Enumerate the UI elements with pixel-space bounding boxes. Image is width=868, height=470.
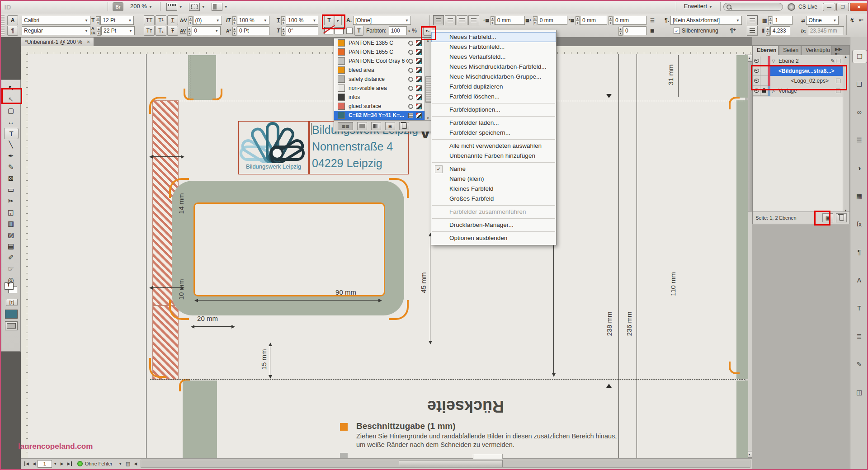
layer-row-logo[interactable]: <Logo_02.eps> ✎ bbox=[753, 76, 842, 86]
scroll-up-icon[interactable]: ▲ bbox=[844, 55, 847, 58]
menu-item[interactable]: ✓ Neues Farbtonfeld... bbox=[431, 42, 556, 52]
columns-stepper[interactable]: ▲▼ bbox=[768, 16, 772, 24]
stroke-none-swatch[interactable] bbox=[335, 27, 344, 34]
first-page-button[interactable]: ◀ bbox=[24, 461, 31, 466]
minimize-button[interactable]: — bbox=[823, 3, 835, 11]
space-before-stepper[interactable]: ▲▼ bbox=[576, 16, 580, 24]
gap-tool[interactable]: ↔ bbox=[4, 117, 18, 127]
subscript-button[interactable]: T₁ bbox=[156, 26, 166, 36]
space-after-stepper[interactable]: ▲▼ bbox=[609, 16, 613, 24]
layer-lock-toggle[interactable] bbox=[760, 56, 768, 66]
panel-icon-pages[interactable]: ❏ bbox=[852, 78, 866, 90]
cs-live-label[interactable]: CS Live bbox=[798, 4, 817, 10]
font-family-combo[interactable]: Calibri▼ bbox=[22, 16, 90, 25]
layer-target-box[interactable] bbox=[836, 89, 840, 93]
kerning-combo[interactable]: (0)▼ bbox=[193, 16, 222, 25]
screen-mode-button[interactable] bbox=[5, 321, 18, 330]
fill-type-button[interactable]: T bbox=[324, 15, 334, 25]
restore-button[interactable]: ❐ bbox=[836, 3, 849, 11]
page-dropdown-icon[interactable]: ▼ bbox=[52, 462, 59, 465]
skew-field[interactable]: 0° bbox=[286, 26, 318, 35]
safety distance[interactable]: safety distance bbox=[334, 75, 425, 84]
bullet-list-icon[interactable]: ☰ bbox=[650, 18, 655, 24]
indent-left-stepper[interactable]: ▲▼ bbox=[491, 16, 495, 24]
horizontal-scrollbar[interactable] bbox=[141, 460, 750, 468]
arrange-documents-dropdown[interactable]: ▼ bbox=[212, 3, 228, 11]
search-input[interactable] bbox=[723, 3, 783, 11]
layer-visibility-toggle[interactable] bbox=[753, 76, 760, 86]
panel-icon-character-styles[interactable]: A bbox=[852, 274, 866, 287]
pen-tool[interactable]: ✒ bbox=[4, 150, 18, 161]
space-before-field[interactable]: 0 mm bbox=[580, 16, 607, 25]
menu-item[interactable]: ✓ Unbenannte Farben hinzufügen bbox=[431, 151, 556, 161]
previous-page-button[interactable]: ◀ bbox=[31, 461, 38, 466]
workspace-switcher[interactable]: Erweitert▼ bbox=[679, 0, 717, 14]
align-right-button[interactable] bbox=[457, 15, 467, 25]
preflight-panel-icon[interactable]: ▤ bbox=[124, 461, 132, 467]
font-style-combo[interactable]: Regular▼ bbox=[22, 26, 90, 35]
layer-lock-toggle[interactable] bbox=[760, 76, 768, 86]
align-center-button[interactable] bbox=[445, 15, 456, 25]
panel-icon-effects[interactable]: fx bbox=[852, 218, 866, 230]
last-page-button[interactable]: ▶ bbox=[66, 461, 72, 466]
vertical-scale-combo[interactable]: 100 %▼ bbox=[237, 16, 269, 25]
font-size-stepper[interactable]: ▲▼ bbox=[96, 16, 100, 24]
apply-color-button[interactable] bbox=[5, 310, 18, 319]
gutter-stepper[interactable]: ▲▼ bbox=[766, 27, 770, 35]
frame-tool[interactable]: ⊠ bbox=[4, 173, 18, 183]
zoom-level-dropdown[interactable]: 200 %▼ bbox=[125, 0, 157, 14]
menu-item[interactable]: ✓ Farbfeld löschen... bbox=[431, 92, 556, 102]
horizontal-scale-combo[interactable]: 100 %▼ bbox=[286, 16, 318, 25]
paragraph-options-icon[interactable]: ¶⁺ bbox=[730, 28, 736, 34]
leading-stepper[interactable]: ▲▼ bbox=[97, 27, 101, 35]
vertical-ruler[interactable] bbox=[21, 54, 28, 458]
note-tool[interactable]: ▤ bbox=[4, 241, 18, 251]
menu-item[interactable]: ✓ Farbfelder laden... bbox=[431, 118, 556, 128]
menu-item[interactable]: ✓ Kleines Farbfeld bbox=[431, 184, 556, 194]
justify-button[interactable] bbox=[468, 15, 479, 25]
layer-lock-toggle[interactable] bbox=[760, 66, 768, 76]
tracking-stepper[interactable]: ▲▼ bbox=[187, 27, 191, 35]
tab-verknuepfungen[interactable]: Verknüpfu bbox=[802, 46, 832, 56]
layer-visibility-toggle[interactable] bbox=[753, 56, 760, 66]
glued surface[interactable]: glued surface bbox=[334, 102, 425, 111]
underline-button[interactable]: T bbox=[167, 15, 178, 25]
menu-item[interactable]: ✓ Neues Verlaufsfeld... bbox=[431, 52, 556, 62]
skew-stepper[interactable]: ▲▼ bbox=[281, 27, 285, 35]
layer-visibility-toggle[interactable] bbox=[753, 66, 760, 76]
menu-item[interactable]: ✓ Druckfarben-Manager... bbox=[431, 220, 556, 230]
baseline-grid-combo[interactable]: Ohne▼ bbox=[806, 16, 839, 25]
gradient-feather-tool[interactable]: ▨ bbox=[4, 230, 18, 240]
align-left-button[interactable] bbox=[433, 15, 444, 25]
panel-icon-color[interactable]: ◑ bbox=[852, 162, 866, 174]
menu-item[interactable]: ✓ Name (klein) bbox=[431, 174, 556, 184]
horizontal-scrollbar-thumb[interactable] bbox=[399, 460, 503, 467]
hscale-stepper[interactable]: ▲▼ bbox=[281, 16, 285, 24]
split-columns-button[interactable] bbox=[747, 26, 758, 36]
panel-icon-links[interactable]: ∞ bbox=[852, 106, 866, 118]
bridge-button[interactable]: Br bbox=[113, 2, 123, 11]
selection-tool[interactable]: ↖ bbox=[4, 83, 18, 93]
panel-icon-text-wrap[interactable]: T bbox=[852, 302, 866, 315]
menu-item[interactable]: ✓ Neues Mischdruckfarben-Farbfeld... bbox=[431, 62, 556, 72]
show-gradient-swatches-button[interactable] bbox=[371, 122, 381, 130]
indent-right-field[interactable]: 0 mm bbox=[538, 16, 567, 25]
panel-icon-stroke[interactable]: ☰ bbox=[852, 134, 866, 146]
menu-item[interactable]: ✓ Farbfelder zusammenführen bbox=[431, 207, 556, 217]
tab-close-icon[interactable]: × bbox=[87, 39, 90, 45]
panel-icon-swatches[interactable]: ▦ bbox=[852, 190, 866, 202]
columns-field[interactable]: 1 bbox=[773, 16, 793, 25]
leading-combo[interactable]: 22 Pt▼ bbox=[101, 26, 135, 35]
baseline-shift-field[interactable]: 0 Pt bbox=[237, 26, 269, 35]
vscale-stepper[interactable]: ▲▼ bbox=[232, 16, 236, 24]
preflight-dropdown-icon[interactable]: ▼ bbox=[117, 462, 124, 465]
bleed area[interactable]: bleed area bbox=[334, 66, 425, 75]
font-size-combo[interactable]: 12 Pt▼ bbox=[100, 16, 134, 25]
show-all-swatches-button[interactable]: ▦▦ bbox=[338, 122, 353, 130]
tint-field[interactable]: 100 bbox=[389, 26, 407, 35]
type-tool[interactable]: T bbox=[4, 128, 19, 139]
layer-visibility-toggle[interactable] bbox=[753, 86, 760, 96]
control-panel-menu-icon[interactable]: ▾≡ bbox=[859, 18, 863, 23]
line-tool[interactable]: ╲ bbox=[4, 139, 18, 150]
preflight-status-label[interactable]: Ohne Fehler bbox=[85, 461, 113, 466]
